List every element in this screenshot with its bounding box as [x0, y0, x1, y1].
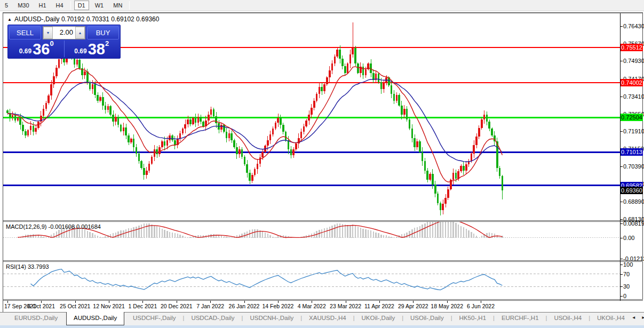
date-label: 6 Oct 2021	[28, 303, 55, 309]
tab-hk50-h1[interactable]: HK50-,H1	[452, 313, 494, 325]
toolbar-separator	[129, 1, 130, 10]
timeframe-button-h1[interactable]: H1	[35, 1, 50, 10]
tab-usdcnh-daily[interactable]: USDCNH-,Daily	[243, 313, 300, 325]
sell-price-pip: 0	[50, 39, 53, 47]
tab-usdcad-daily[interactable]: USDCAD-,Daily	[184, 313, 241, 325]
rsi-chart[interactable]	[3, 262, 620, 299]
date-label: 18 May 2022	[431, 303, 463, 309]
timeframe-toolbar: 5M30H1H4D1W1MN	[0, 0, 644, 11]
price-tick-label: 0.68890	[623, 198, 644, 205]
timeframe-button-w1[interactable]: W1	[91, 1, 108, 10]
date-label: 23 Mar 2022	[330, 303, 361, 309]
tab-scroll-left-icon[interactable]: ◄	[632, 315, 641, 320]
pane-separator[interactable]	[3, 220, 643, 222]
date-label: 4 Mar 2022	[298, 303, 326, 309]
tab-eurusd-daily[interactable]: EURUSD-,Daily	[7, 313, 65, 325]
rsi-tick-label: 30	[623, 283, 630, 290]
rsi-tick-label: 100	[623, 261, 633, 268]
tab-usdchf-daily[interactable]: USDCHF-,Daily	[126, 313, 183, 325]
date-label: 7 Jan 2022	[196, 303, 224, 309]
sell-price-base: 0.69	[19, 47, 31, 57]
price-tick-label: 0.74930	[623, 58, 644, 64]
timeframe-button-d1[interactable]: D1	[74, 1, 89, 10]
buy-price[interactable]: 0.69 38 2	[65, 41, 120, 57]
volume-field[interactable]: 2.00	[53, 27, 75, 39]
chart-title-text: AUDUSD-,Daily 0.70192 0.70331 0.69102 0.…	[14, 15, 160, 23]
tab-usoil-h4[interactable]: USOil-,H4	[547, 313, 589, 325]
volume-stepper: ▼ 2.00 ▲	[43, 26, 85, 39]
macd-tick-label: 0.00	[623, 235, 634, 241]
date-label: 6 Jun 2022	[467, 303, 495, 309]
price-tick	[621, 219, 623, 220]
price-tick	[621, 166, 623, 167]
date-label: 11 Apr 2022	[364, 303, 394, 309]
price-tick	[621, 26, 623, 27]
rsi-tick	[621, 286, 623, 287]
date-label: 20 Dec 2021	[161, 303, 193, 309]
macd-tick	[621, 223, 623, 224]
rsi-tick-label: 70	[623, 271, 630, 277]
price-level-label: 0.69360	[621, 187, 643, 194]
tab-eurchf-h1[interactable]: EURCHF-,H1	[495, 313, 546, 325]
rsi-tick	[621, 274, 623, 275]
date-label: 26 Jan 2022	[229, 303, 260, 309]
tab-scroll-arrows: ◄►	[632, 313, 644, 325]
rsi-tick-label: 0	[623, 293, 626, 299]
price-level-label: 0.75512	[621, 44, 643, 51]
price-tick-label: 0.70390	[623, 163, 644, 170]
pane-separator[interactable]	[3, 260, 643, 262]
tab-scroll-right-icon[interactable]: ►	[641, 315, 644, 320]
volume-decrease-icon[interactable]: ▼	[43, 27, 53, 39]
buy-price-base: 0.69	[74, 47, 86, 57]
tab-audusd-daily[interactable]: AUDUSD-,Daily	[66, 312, 124, 325]
chart-title: ▲AUDUSD-,Daily 0.70192 0.70331 0.69102 0…	[7, 15, 159, 23]
price-axis-line	[620, 13, 621, 301]
buy-price-main: 38	[88, 42, 105, 57]
sell-price-main: 36	[33, 42, 50, 57]
tab-ukoil-h4[interactable]: UKOil-,H4	[590, 313, 632, 325]
sell-price[interactable]: 0.69 36 0	[9, 41, 65, 57]
date-label: 1 Dec 2021	[129, 303, 157, 309]
tab-usoil-daily[interactable]: USOil-,Daily	[403, 313, 451, 325]
timeframe-button-h4[interactable]: H4	[52, 1, 67, 10]
macd-title: MACD(12,26,9) -0.001608 0.001684	[6, 223, 101, 230]
price-tick	[621, 131, 623, 132]
date-label: 14 Feb 2022	[262, 303, 293, 309]
price-level-label: 0.72504	[621, 114, 643, 121]
one-click-trade-panel: SELL ▼ 2.00 ▲ BUY 0.69 36 0 0.69 38 2	[7, 25, 121, 59]
tab-ukoil-daily[interactable]: UKOil-,Daily	[355, 313, 402, 325]
symbol-tab-bar: EURUSD-,Daily|AUDUSD-,Daily|USDCHF-,Dail…	[0, 312, 644, 325]
tab-xauusd-h4[interactable]: XAUUSD-,H4	[302, 313, 353, 325]
status-strip	[0, 325, 644, 328]
price-tick	[621, 97, 623, 97]
buy-price-pip: 2	[105, 39, 109, 47]
date-label: 25 Oct 2021	[60, 303, 90, 309]
price-level-label: 0.71013	[621, 148, 643, 156]
buy-button[interactable]: BUY	[87, 26, 119, 39]
volume-increase-icon[interactable]: ▲	[75, 27, 85, 39]
date-label: 29 Apr 2022	[398, 303, 428, 309]
sell-button[interactable]: SELL	[9, 26, 41, 39]
toolbar-separator	[70, 1, 71, 10]
rsi-tick	[621, 296, 623, 297]
date-label: 12 Nov 2021	[93, 303, 125, 309]
rsi-title: RSI(14) 33.7993	[6, 263, 49, 270]
price-tick	[621, 202, 623, 202]
timeframe-button-mn[interactable]: MN	[109, 1, 126, 10]
price-tick-label: 0.71910	[623, 128, 644, 134]
date-axis: 17 Sep 20216 Oct 202125 Oct 202112 Nov 2…	[3, 301, 643, 313]
timeframe-button-5[interactable]: 5	[1, 1, 12, 10]
price-tick-label: 0.73410	[623, 93, 644, 100]
macd-tick	[621, 259, 623, 259]
macd-tick	[621, 238, 623, 238]
rsi-tick	[621, 265, 623, 265]
price-level-label: 0.74002	[621, 79, 643, 86]
timeframe-button-m30[interactable]: M30	[14, 1, 33, 10]
macd-tick-label: 0.008197	[623, 220, 644, 227]
chart-window: 0.764300.756700.749300.741700.734100.726…	[3, 12, 643, 312]
price-tick	[621, 61, 623, 61]
collapse-panel-icon[interactable]: ▲	[7, 17, 12, 22]
price-tick-label: 0.76430	[623, 23, 644, 29]
